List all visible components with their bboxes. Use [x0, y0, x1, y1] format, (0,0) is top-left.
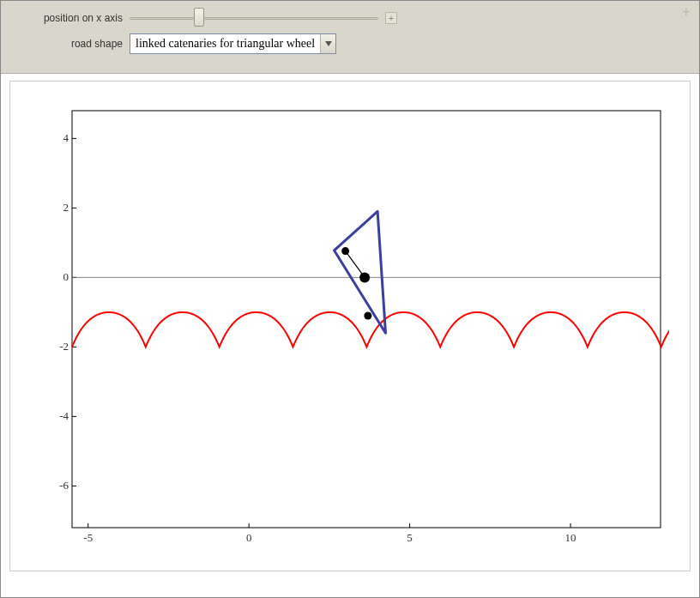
svg-point-15 — [364, 311, 371, 319]
plot-canvas: -6-4-2024-50510 — [31, 102, 669, 550]
plot-svg — [31, 102, 669, 550]
expand-icon[interactable]: + — [680, 6, 692, 18]
dropdown-label: road shape — [13, 38, 123, 50]
x-tick-label: 0 — [246, 531, 252, 545]
y-tick-label: -2 — [34, 340, 69, 353]
y-tick-label: 0 — [34, 270, 69, 284]
plot-area: -6-4-2024-50510 — [1, 74, 699, 578]
y-tick-label: 4 — [34, 131, 69, 145]
control-panel: + position on x axis + road shape linked… — [1, 1, 699, 74]
slider-rail — [130, 17, 378, 20]
slider-thumb[interactable] — [194, 8, 204, 27]
svg-point-14 — [341, 247, 349, 255]
position-slider[interactable] — [130, 9, 378, 27]
road-shape-dropdown[interactable]: linked catenaries for triangular wheel — [130, 33, 336, 54]
x-tick-label: -5 — [83, 531, 93, 545]
dropdown-row: road shape linked catenaries for triangu… — [13, 33, 687, 54]
svg-point-13 — [359, 272, 370, 282]
x-tick-label: 5 — [407, 531, 413, 545]
y-tick-label: 2 — [34, 201, 69, 214]
chevron-down-icon[interactable] — [320, 34, 335, 53]
y-tick-label: -4 — [34, 409, 69, 423]
plot-frame: -6-4-2024-50510 — [9, 81, 691, 571]
slider-row: position on x axis + — [13, 9, 687, 27]
slider-label: position on x axis — [13, 12, 123, 24]
x-tick-label: 10 — [565, 531, 576, 545]
dropdown-selected-text: linked catenaries for triangular wheel — [130, 34, 320, 53]
slider-expand-icon[interactable]: + — [385, 12, 397, 24]
y-tick-label: -6 — [34, 479, 69, 492]
